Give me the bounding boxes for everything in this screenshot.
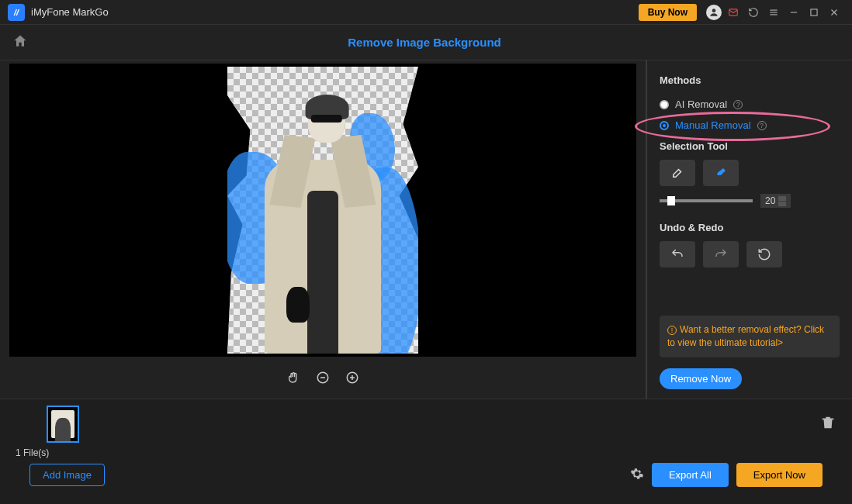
app-title: iMyFone MarkGo	[31, 6, 109, 18]
main-area: Methods AI Removal ? Manual Removal ? Se…	[0, 60, 852, 399]
brush-size-value: 20	[760, 194, 791, 208]
thumbnail[interactable]	[47, 406, 79, 443]
export-all-button[interactable]: Export All	[652, 463, 729, 487]
sidebar: Methods AI Removal ? Manual Removal ? Se…	[646, 60, 852, 399]
close-icon[interactable]	[826, 4, 843, 21]
add-image-button[interactable]: Add Image	[29, 464, 105, 486]
radio-icon	[660, 121, 669, 130]
buy-now-button[interactable]: Buy Now	[639, 4, 697, 21]
canvas-column	[0, 60, 646, 399]
zoom-in-icon[interactable]	[345, 371, 359, 388]
maximize-icon[interactable]	[805, 4, 823, 21]
image-canvas[interactable]	[9, 64, 636, 357]
info-icon: !	[667, 326, 677, 335]
brush-size-slider[interactable]	[660, 199, 753, 202]
methods-heading: Methods	[660, 74, 840, 86]
file-count: 1 File(s)	[16, 447, 836, 458]
undo-redo-heading: Undo & Redo	[660, 222, 840, 233]
radio-icon	[660, 100, 669, 109]
redo-button[interactable]	[703, 241, 739, 268]
method-ai-removal[interactable]: AI Removal ?	[660, 98, 840, 110]
header: Remove Image Background	[0, 25, 852, 60]
remove-now-button[interactable]: Remove Now	[660, 368, 742, 389]
minimize-icon[interactable]	[785, 4, 802, 21]
size-stepper[interactable]	[778, 196, 786, 206]
tip-text: Want a better removal effect? Click to v…	[667, 324, 824, 348]
slider-thumb[interactable]	[667, 196, 675, 205]
eraser-tool-button[interactable]	[703, 160, 739, 186]
home-icon[interactable]	[12, 33, 28, 52]
user-icon[interactable]	[706, 5, 722, 20]
help-icon[interactable]: ?	[733, 100, 743, 109]
zoom-out-icon[interactable]	[316, 371, 330, 388]
help-icon[interactable]: ?	[757, 121, 767, 130]
mail-icon[interactable]	[725, 4, 742, 21]
export-now-button[interactable]: Export Now	[736, 463, 823, 487]
title-bar: // iMyFone MarkGo Buy Now	[0, 0, 852, 25]
canvas-tools	[9, 357, 636, 388]
filmstrip: 1 File(s) Add Image Export All Export No…	[0, 399, 852, 504]
page-title: Remove Image Background	[28, 36, 821, 49]
delete-icon[interactable]	[819, 414, 836, 434]
menu-icon[interactable]	[765, 4, 782, 21]
app-logo-icon: //	[8, 4, 25, 21]
method-manual-removal[interactable]: Manual Removal ?	[660, 119, 840, 131]
brush-size-number: 20	[765, 195, 775, 206]
selection-tool-heading: Selection Tool	[660, 140, 840, 152]
method-label: Manual Removal	[675, 119, 751, 131]
refresh-icon[interactable]	[745, 4, 762, 21]
undo-button[interactable]	[660, 241, 695, 268]
image-preview	[227, 67, 418, 354]
pan-hand-icon[interactable]	[286, 371, 300, 388]
svg-point-0	[712, 9, 716, 12]
method-label: AI Removal	[675, 98, 727, 110]
reset-button[interactable]	[746, 241, 782, 268]
svg-rect-6	[811, 9, 817, 15]
brush-tool-button[interactable]	[660, 160, 695, 186]
subject-silhouette	[249, 98, 397, 354]
settings-icon[interactable]	[630, 467, 644, 484]
tutorial-tip[interactable]: !Want a better removal effect? Click to …	[660, 316, 840, 357]
